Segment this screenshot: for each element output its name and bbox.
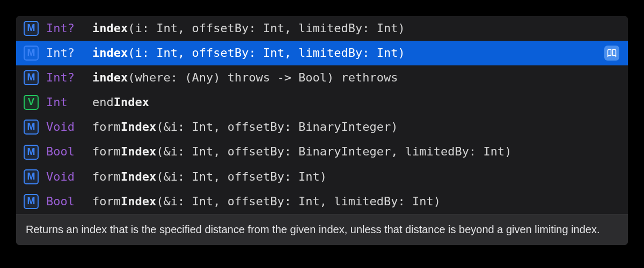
signature-match: index (92, 46, 128, 59)
return-type: Void (46, 118, 85, 136)
signature-match: index (92, 71, 128, 84)
signature-suffix: (i: Int, offsetBy: Int, limitedBy: Int) (128, 46, 405, 59)
completion-list[interactable]: MInt?index(i: Int, offsetBy: Int, limite… (16, 16, 628, 214)
return-type: Bool (46, 192, 85, 211)
completion-row[interactable]: MInt?index(i: Int, offsetBy: Int, limite… (16, 16, 628, 41)
completion-row[interactable]: MBoolformIndex(&i: Int, offsetBy: Int, l… (16, 189, 628, 214)
completion-row[interactable]: MBoolformIndex(&i: Int, offsetBy: Binary… (16, 139, 628, 164)
method-badge: M (24, 145, 39, 160)
method-badge: M (24, 21, 39, 36)
documentation-icon[interactable] (604, 46, 619, 61)
completion-row[interactable]: MInt?index(where: (Any) throws -> Bool) … (16, 65, 628, 90)
method-badge: M (24, 46, 39, 61)
signature-prefix: form (92, 170, 121, 183)
method-badge: M (24, 194, 39, 209)
signature-match: Index (121, 170, 156, 183)
return-type: Int (46, 93, 85, 111)
method-badge: M (24, 120, 39, 135)
signature-match: Index (121, 195, 156, 208)
signature-suffix: (&i: Int, offsetBy: BinaryInteger) (156, 120, 398, 133)
completion-row[interactable]: VIntendIndex (16, 90, 628, 115)
method-badge: M (24, 169, 39, 184)
return-type: Int? (46, 19, 85, 38)
return-type: Void (46, 168, 85, 186)
completion-row[interactable]: MVoidformIndex(&i: Int, offsetBy: Int) (16, 165, 628, 189)
completion-row[interactable]: MInt?index(i: Int, offsetBy: Int, limite… (16, 41, 628, 65)
signature-suffix: (&i: Int, offsetBy: Int) (156, 170, 327, 183)
variable-badge: V (24, 95, 39, 110)
completion-signature: index(i: Int, offsetBy: Int, limitedBy: … (92, 44, 620, 62)
completion-signature: endIndex (92, 93, 620, 111)
completion-signature: index(i: Int, offsetBy: Int, limitedBy: … (92, 19, 620, 38)
signature-match: Index (114, 95, 149, 109)
code-completion-panel: MInt?index(i: Int, offsetBy: Int, limite… (16, 16, 628, 245)
completion-signature: formIndex(&i: Int, offsetBy: BinaryInteg… (92, 118, 620, 136)
method-badge: M (24, 70, 39, 85)
completion-signature: formIndex(&i: Int, offsetBy: BinaryInteg… (92, 143, 620, 161)
signature-prefix: form (92, 120, 121, 133)
description-text: Returns an index that is the specified d… (26, 224, 600, 235)
completion-signature: formIndex(&i: Int, offsetBy: Int, limite… (92, 192, 620, 211)
signature-prefix: form (92, 195, 121, 208)
signature-suffix: (&i: Int, offsetBy: BinaryInteger, limit… (156, 145, 511, 158)
completion-signature: formIndex(&i: Int, offsetBy: Int) (92, 168, 620, 186)
completion-row[interactable]: MVoidformIndex(&i: Int, offsetBy: Binary… (16, 115, 628, 139)
signature-suffix: (where: (Any) throws -> Bool) rethrows (128, 71, 398, 84)
signature-prefix: end (92, 95, 114, 109)
completion-signature: index(where: (Any) throws -> Bool) rethr… (92, 69, 620, 87)
signature-match: Index (121, 120, 156, 133)
signature-prefix: form (92, 145, 121, 158)
signature-match: index (92, 21, 128, 35)
signature-suffix: (&i: Int, offsetBy: Int, limitedBy: Int) (156, 195, 441, 208)
return-type: Int? (46, 44, 85, 62)
description-panel: Returns an index that is the specified d… (16, 214, 628, 245)
signature-suffix: (i: Int, offsetBy: Int, limitedBy: Int) (128, 21, 405, 35)
return-type: Int? (46, 69, 85, 87)
return-type: Bool (46, 143, 85, 161)
signature-match: Index (121, 145, 156, 158)
